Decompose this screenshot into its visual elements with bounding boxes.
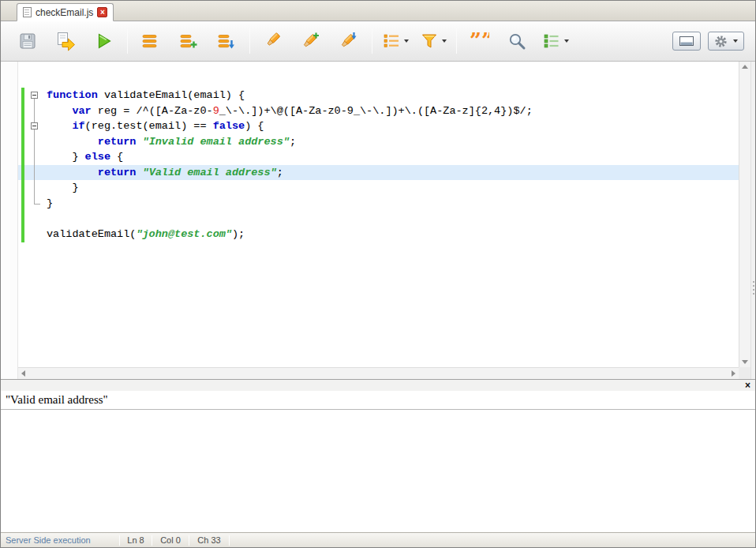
lines-arrow-icon <box>215 31 236 51</box>
code-surface[interactable]: function validateEmail(email) { var reg … <box>18 62 739 367</box>
code-line[interactable]: } <box>18 196 739 212</box>
save-icon <box>17 31 38 51</box>
console-panel-icon <box>679 36 694 46</box>
code-line[interactable]: return "Valid email address"; <box>18 165 739 181</box>
gear-icon <box>714 35 728 48</box>
filter-icon <box>419 31 440 51</box>
marker-icon <box>262 31 283 51</box>
quotes-icon: ”” <box>469 31 489 51</box>
add-lines-button[interactable] <box>172 26 204 56</box>
code-line[interactable]: return "Invalid email address"; <box>18 134 739 150</box>
svg-text:””: ”” <box>470 31 489 51</box>
add-marker-button[interactable] <box>294 26 326 56</box>
search-icon <box>507 31 527 51</box>
tab-title: checkEmail.js <box>36 7 93 18</box>
status-divider <box>229 535 230 546</box>
panel-toggle-button[interactable] <box>672 32 701 51</box>
code-text: var reg = /^([A-Za-z0-9_\-\.])+\@([A-Za-… <box>47 103 533 119</box>
quotes-button[interactable]: ”” <box>463 26 495 56</box>
code-line[interactable]: validateEmail("john@test.com"); <box>18 227 739 242</box>
status-execution-mode: Server Side execution <box>1 535 119 545</box>
marker-plus-icon <box>300 31 320 51</box>
marker-button[interactable] <box>256 26 288 56</box>
changed-lines-bar <box>21 88 24 242</box>
status-line-number: Ln 8 <box>120 535 152 545</box>
filter-button[interactable] <box>417 26 448 56</box>
scroll-right-arrow-icon[interactable] <box>732 370 735 377</box>
code-line[interactable]: var reg = /^([A-Za-z0-9_\-\.])+\@([A-Za-… <box>18 103 739 119</box>
output-body <box>1 410 755 532</box>
import-marker-button[interactable] <box>332 26 364 56</box>
status-bar: Server Side execution Ln 8 Col 0 Ch 33 <box>1 532 755 547</box>
code-text: function validateEmail(email) { <box>47 88 245 103</box>
side-splitter[interactable] <box>750 62 755 379</box>
code-line[interactable]: function validateEmail(email) { <box>18 88 739 103</box>
chevron-down-icon <box>442 39 447 43</box>
chevron-down-icon <box>733 39 738 43</box>
toolbar: ”” <box>1 21 755 62</box>
scroll-up-arrow-icon[interactable] <box>742 65 748 69</box>
run-icon <box>93 31 114 51</box>
toolbar-separator <box>249 28 250 54</box>
run-script-icon <box>55 31 76 51</box>
format-lines-button[interactable] <box>134 26 166 56</box>
code-line[interactable]: } <box>18 180 739 196</box>
marker-arrow-icon <box>338 31 358 51</box>
fold-collapse-icon[interactable] <box>31 92 38 99</box>
status-column-number: Col 0 <box>152 535 189 545</box>
code-line[interactable]: if(reg.test(email) == false) { <box>18 118 739 134</box>
green-list-button[interactable] <box>539 26 571 56</box>
scroll-left-arrow-icon[interactable] <box>21 370 25 377</box>
close-output-button[interactable]: × <box>745 380 750 391</box>
code-line[interactable]: } else { <box>18 149 739 165</box>
lines-icon <box>140 31 160 51</box>
run-script-button[interactable] <box>50 26 81 56</box>
bullet-list-icon <box>381 31 402 51</box>
code-text: return "Invalid email address"; <box>47 134 296 150</box>
code-text: } else { <box>47 149 123 165</box>
document-icon <box>23 7 32 17</box>
settings-button[interactable] <box>708 32 744 51</box>
bullet-list-button[interactable] <box>379 26 410 56</box>
code-text: if(reg.test(email) == false) { <box>47 118 264 134</box>
editor-left-margin <box>1 62 18 379</box>
code-text: validateEmail("john@test.com"); <box>47 227 245 242</box>
fold-collapse-icon[interactable] <box>31 122 38 129</box>
chevron-down-icon <box>564 39 569 43</box>
save-button[interactable] <box>12 26 43 56</box>
scroll-down-arrow-icon[interactable] <box>742 360 748 364</box>
toolbar-separator <box>127 28 128 54</box>
import-lines-button[interactable] <box>210 26 241 56</box>
toolbar-separator <box>456 28 457 54</box>
search-button[interactable] <box>501 26 533 56</box>
code-text: } <box>47 196 53 212</box>
chevron-down-icon <box>404 39 409 43</box>
horizontal-scrollbar[interactable] <box>18 367 739 379</box>
code-text: return "Valid email address"; <box>47 165 283 181</box>
green-list-icon <box>541 31 562 51</box>
scrollbar-corner <box>739 367 750 379</box>
status-char-number: Ch 33 <box>189 535 229 545</box>
toolbar-separator <box>372 28 372 54</box>
tab-close-button[interactable]: × <box>97 7 107 17</box>
run-button[interactable] <box>88 26 119 56</box>
code-text: } <box>47 180 79 196</box>
tab-checkemail[interactable]: checkEmail.js × <box>17 3 114 21</box>
code-line[interactable] <box>18 211 739 227</box>
tab-bar: checkEmail.js × <box>1 1 755 21</box>
code-editor: function validateEmail(email) { var reg … <box>1 62 755 379</box>
code-editor-lines: function validateEmail(email) { var reg … <box>18 62 739 242</box>
editor-window: checkEmail.js × <box>0 0 756 548</box>
output-panel-header: × <box>1 379 755 391</box>
output-result: "Valid email address" <box>1 391 755 410</box>
vertical-scrollbar[interactable] <box>739 62 750 367</box>
splitter-grip-icon[interactable] <box>752 281 755 295</box>
lines-plus-icon <box>178 31 198 51</box>
